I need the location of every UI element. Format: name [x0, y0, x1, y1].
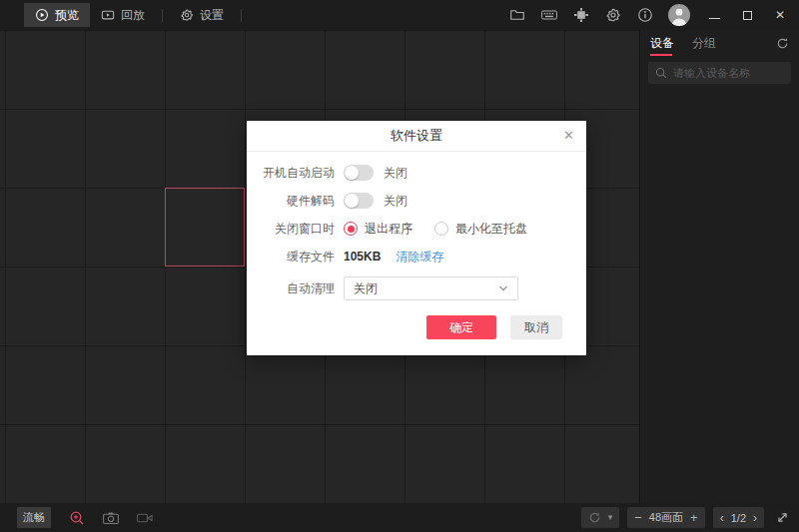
keyboard-icon[interactable]: [540, 7, 557, 24]
settings-dialog: 软件设置 ✕ 开机自动启动 关闭 硬件解码 关闭 关闭窗口时 退出程序 最小化至…: [247, 121, 586, 355]
row-hwdecode: 硬件解码 关闭: [247, 190, 586, 212]
next-page-button[interactable]: ›: [753, 512, 757, 524]
maximize-button[interactable]: [738, 6, 756, 24]
folder-icon[interactable]: [508, 7, 525, 24]
auto-clean-label: 自动清理: [247, 280, 335, 297]
dialog-title: 软件设置: [391, 127, 442, 145]
row-on-close: 关闭窗口时 退出程序 最小化至托盘: [247, 218, 586, 240]
page-control: ‹ 1/2 ›: [713, 507, 764, 528]
caret-down-icon[interactable]: ▾: [608, 513, 613, 522]
fullscreen-icon[interactable]: [776, 511, 789, 524]
maximize-icon: [743, 11, 752, 20]
screens-minus-button[interactable]: −: [634, 511, 642, 524]
avatar[interactable]: [668, 4, 690, 26]
search-input[interactable]: [673, 67, 784, 79]
snapshot-camera-icon[interactable]: [103, 510, 119, 526]
dialog-header: 软件设置 ✕: [247, 121, 586, 152]
playback-icon: [101, 8, 115, 22]
tab-preview[interactable]: 预览: [24, 3, 90, 27]
close-icon: ✕: [775, 9, 785, 21]
autostart-state: 关闭: [384, 165, 407, 182]
radio-exit-program[interactable]: [344, 222, 358, 236]
divider: [162, 9, 163, 22]
record-camcorder-icon[interactable]: [137, 510, 153, 526]
screens-plus-button[interactable]: +: [690, 511, 698, 524]
hwdecode-label: 硬件解码: [247, 193, 335, 210]
info-icon[interactable]: [636, 7, 653, 24]
gear-icon: [180, 8, 194, 22]
titlebar: 预览 回放 设置 ✕: [0, 0, 799, 30]
radio-minimize-to-tray-label[interactable]: 最小化至托盘: [455, 221, 527, 238]
dialog-close-icon[interactable]: ✕: [563, 129, 574, 142]
sidebar-tab-devices[interactable]: 设备: [650, 30, 674, 57]
selected-video-cell[interactable]: [165, 188, 245, 266]
row-auto-clean: 自动清理 关闭: [247, 275, 586, 301]
autostart-toggle[interactable]: [344, 165, 374, 181]
screens-count-label: 48画面: [649, 510, 683, 525]
row-autostart: 开机自动启动 关闭: [247, 162, 586, 184]
tab-playback-label: 回放: [121, 7, 145, 24]
hwdecode-state: 关闭: [384, 193, 407, 210]
auto-switch-control[interactable]: ▾: [581, 507, 620, 528]
chevron-down-icon: [498, 283, 508, 293]
stream-quality-button[interactable]: 流畅: [17, 507, 51, 528]
radio-minimize-to-tray[interactable]: [434, 222, 448, 236]
radio-exit-program-label[interactable]: 退出程序: [365, 221, 412, 238]
prev-page-button[interactable]: ‹: [720, 512, 724, 524]
device-sidebar: 设备 分组: [639, 30, 799, 503]
cancel-button[interactable]: 取消: [510, 315, 562, 339]
search-icon: [655, 67, 667, 79]
clear-cache-link[interactable]: 清除缓存: [396, 249, 443, 266]
cache-label: 缓存文件: [247, 249, 335, 266]
plugin-icon[interactable]: [572, 7, 589, 24]
auto-clean-select[interactable]: 关闭: [344, 276, 518, 300]
cache-size-value: 105KB: [344, 250, 381, 264]
auto-clean-value: 关闭: [354, 280, 378, 297]
tab-playback[interactable]: 回放: [90, 3, 156, 27]
tab-settings-label: 设置: [200, 7, 224, 24]
main-nav: 预览 回放 设置: [24, 0, 248, 30]
page-indicator: 1/2: [731, 512, 746, 524]
toggle-knob: [345, 194, 359, 208]
close-button[interactable]: ✕: [771, 6, 789, 24]
device-search[interactable]: [648, 62, 791, 84]
on-close-label: 关闭窗口时: [247, 221, 335, 238]
loop-icon: [588, 511, 601, 524]
bottom-toolbar: 流畅 ▾ − 48画面 + ‹ 1/2 ›: [0, 503, 799, 532]
tab-settings[interactable]: 设置: [169, 3, 235, 27]
sidebar-tab-groups[interactable]: 分组: [692, 30, 716, 57]
settings-gear-icon[interactable]: [604, 7, 621, 24]
minimize-button[interactable]: [705, 6, 723, 24]
screen-count-control: − 48画面 +: [627, 507, 704, 528]
play-circle-icon: [35, 8, 49, 22]
refresh-icon[interactable]: [776, 37, 789, 50]
digital-zoom-icon[interactable]: [69, 510, 85, 526]
autostart-label: 开机自动启动: [247, 165, 335, 182]
row-cache: 缓存文件 105KB 清除缓存: [247, 246, 586, 267]
toggle-knob: [345, 166, 359, 180]
divider: [241, 9, 242, 22]
minimize-icon: [709, 18, 720, 19]
ok-button[interactable]: 确定: [426, 315, 496, 339]
hwdecode-toggle[interactable]: [344, 193, 374, 209]
tab-preview-label: 预览: [55, 7, 79, 24]
